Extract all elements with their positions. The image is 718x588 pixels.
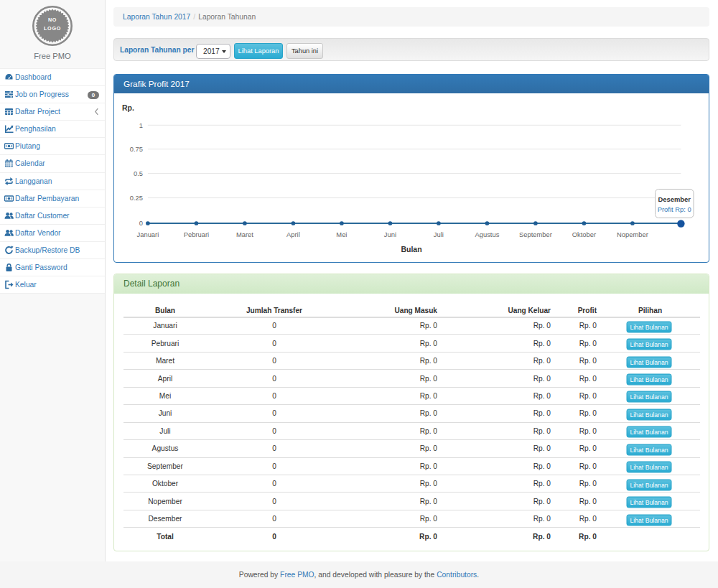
svg-text:Bulan: Bulan <box>401 245 421 253</box>
svg-text:0: 0 <box>139 219 143 227</box>
svg-text:Pebruari: Pebruari <box>184 230 209 238</box>
svg-text:April: April <box>286 230 300 238</box>
svg-text:Rp.: Rp. <box>122 103 134 112</box>
svg-text:0.75: 0.75 <box>130 145 143 153</box>
svg-text:Agustus: Agustus <box>475 230 499 238</box>
svg-text:Januari: Januari <box>137 230 159 238</box>
svg-text:0.5: 0.5 <box>134 169 143 177</box>
svg-text:Juli: Juli <box>434 230 444 238</box>
svg-text:Nopember: Nopember <box>617 230 648 238</box>
svg-text:LOGO: LOGO <box>44 25 61 32</box>
svg-text:Desember: Desember <box>658 195 691 203</box>
svg-text:September: September <box>519 230 552 238</box>
svg-text:Mei: Mei <box>336 230 347 238</box>
svg-text:NO: NO <box>48 17 57 23</box>
svg-text:1: 1 <box>139 121 143 129</box>
svg-text:Juni: Juni <box>384 230 396 238</box>
svg-text:Profit Rp: 0: Profit Rp: 0 <box>658 205 691 213</box>
svg-text:0.25: 0.25 <box>130 194 143 202</box>
svg-text:Maret: Maret <box>236 230 253 238</box>
svg-text:Oktober: Oktober <box>572 230 596 238</box>
